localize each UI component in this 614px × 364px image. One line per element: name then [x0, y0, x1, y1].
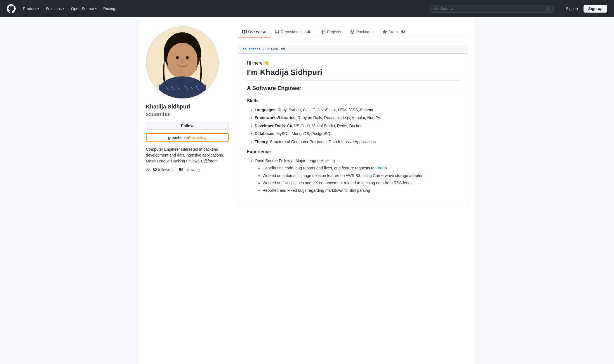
readme-title: I'm Khadija Sidhpuri — [247, 68, 459, 81]
experience-item-0: Open Source Fellow at Major League Hacki… — [255, 158, 459, 193]
nav-product[interactable]: Product ▾ — [20, 5, 42, 13]
followers-count: 62 — [153, 167, 157, 172]
navbar: Product ▾ Solutions ▾ Open Source ▾ Pric… — [0, 0, 614, 17]
recruiting-badge[interactable]: greenhouse Recruiting — [146, 133, 229, 142]
exp-sub-1: Worked on automatic image deletion featu… — [263, 172, 459, 179]
bio-text: Computer Engineer interested in backend … — [146, 146, 229, 164]
readme-subtitle: A Software Engineer — [247, 85, 459, 94]
book-icon — [242, 30, 247, 34]
skills-heading: Skills — [247, 98, 459, 103]
exp-sub-2: Worked on fixing issues and UX enhanceme… — [263, 180, 459, 186]
people-icon — [146, 167, 150, 172]
tab-overview[interactable]: Overview — [238, 26, 270, 38]
skills-list: Languages: Ruby, Python, C++, C, JavaScr… — [247, 107, 459, 145]
table-icon — [321, 30, 325, 34]
readme-card: squarebat / README.md Hi there 👋 I'm Kha… — [238, 45, 468, 205]
signup-button[interactable]: Sign up — [584, 5, 607, 13]
following-label: following — [185, 167, 200, 172]
avatar — [146, 26, 219, 99]
followers-label: followers — [158, 167, 173, 172]
skill-databases: Databases: MySQL, MongoDB, PostgreSQL — [255, 131, 459, 137]
tab-packages[interactable]: Packages — [346, 26, 378, 38]
avatar-image — [147, 26, 218, 99]
nav-actions: Sign in Sign up — [563, 5, 607, 13]
experience-heading: Experience — [247, 149, 459, 154]
stars-count-badge: 62 — [399, 30, 407, 34]
sidebar: Khadija Sidhpuri squarebat Follow greenh… — [146, 26, 229, 355]
star-icon — [382, 30, 387, 34]
readme-breadcrumb-user[interactable]: squarebat — [243, 47, 261, 51]
skill-languages: Languages: Ruby, Python, C++, C, JavaScr… — [255, 107, 459, 113]
nav-links: Product ▾ Solutions ▾ Open Source ▾ Pric… — [20, 5, 118, 13]
readme-breadcrumb-file: README.md — [267, 47, 285, 51]
main-container: Khadija Sidhpuri squarebat Follow greenh… — [139, 17, 475, 364]
svg-point-4 — [176, 56, 179, 59]
chevron-down-icon: ▾ — [95, 7, 97, 10]
search-input[interactable] — [440, 6, 544, 11]
svg-point-5 — [186, 56, 189, 59]
nav-opensource[interactable]: Open Source ▾ — [68, 5, 100, 13]
search-icon — [434, 6, 438, 11]
skill-devtools: Developer Tools: Git, VS Code, Visual St… — [255, 123, 459, 129]
nav-pricing[interactable]: Pricing — [100, 5, 118, 13]
skill-frameworks: Frameworks/Libraries: Ruby on Rails, Rea… — [255, 115, 459, 121]
tab-projects[interactable]: Projects — [316, 26, 346, 38]
repo-icon — [275, 30, 279, 34]
tab-stars[interactable]: Stars 62 — [378, 26, 411, 38]
exp-sub-3: Reported and Fixed bugs regarding markdo… — [263, 187, 459, 193]
greenhouse-text: greenhouse — [168, 135, 189, 140]
experience-sub-list: Contributing code, bug reports and fixes… — [255, 165, 459, 193]
readme-header: squarebat / README.md — [238, 45, 468, 54]
tabs: Overview Repositories 16 Projects Packa — [238, 26, 468, 38]
repo-count-badge: 16 — [304, 30, 312, 34]
readme-greeting: Hi there 👋 — [247, 60, 459, 66]
forem-link[interactable]: Forem — [375, 166, 387, 170]
search-bar: / — [430, 5, 554, 13]
chevron-down-icon: ▾ — [63, 7, 64, 10]
main-content: Overview Repositories 16 Projects Packa — [238, 26, 468, 355]
followers-row: 62 followers · 59 following — [146, 167, 229, 172]
skill-theory: Theory: Structure of Computer Programs, … — [255, 139, 459, 145]
exp-sub-0: Contributing code, bug reports and fixes… — [263, 165, 459, 171]
search-kbd: / — [546, 6, 550, 11]
recruiting-text: Recruiting — [189, 135, 206, 140]
follow-button[interactable]: Follow — [146, 122, 229, 130]
chevron-down-icon: ▾ — [37, 7, 39, 10]
profile-username: squarebat — [146, 111, 229, 117]
signin-button[interactable]: Sign in — [563, 5, 581, 12]
github-logo[interactable] — [7, 4, 16, 13]
readme-content: Hi there 👋 I'm Khadija Sidhpuri A Softwa… — [238, 54, 468, 205]
tab-repositories[interactable]: Repositories 16 — [270, 26, 316, 38]
nav-solutions[interactable]: Solutions ▾ — [43, 5, 67, 13]
svg-point-3 — [167, 43, 197, 77]
experience-list: Open Source Fellow at Major League Hacki… — [247, 158, 459, 193]
svg-rect-7 — [159, 85, 206, 98]
profile-name: Khadija Sidhpuri — [146, 103, 229, 110]
following-count: 59 — [179, 167, 184, 172]
package-icon — [350, 30, 355, 34]
